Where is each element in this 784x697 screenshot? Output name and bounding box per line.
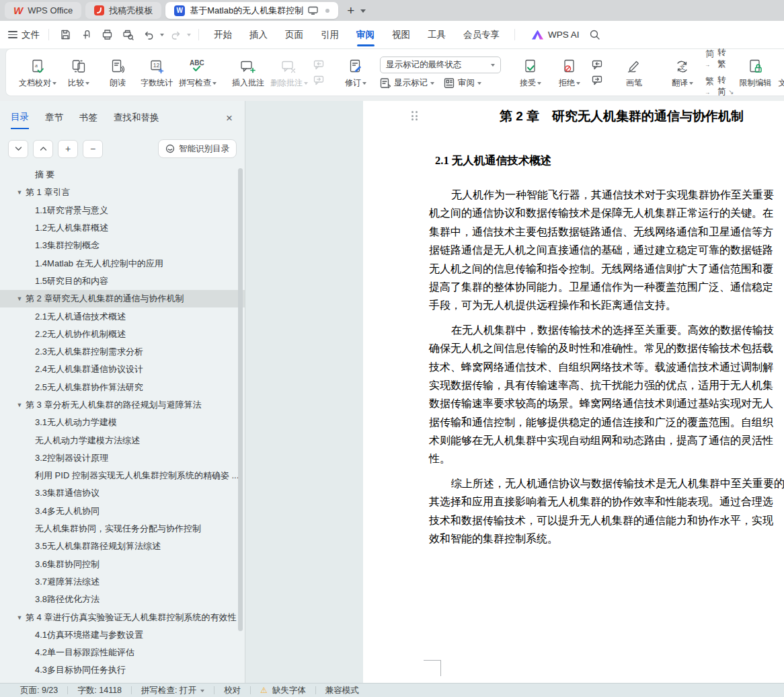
toc-item[interactable]: ▼ 第 4 章进行仿真实验验证无人机集群控制系统的有效性 [0,608,245,626]
translate-button[interactable]: 文A 翻译 [664,54,701,90]
redo-icon[interactable] [167,28,185,42]
new-tab-button[interactable]: + [342,4,359,17]
next-comment-icon[interactable] [313,75,326,85]
tab-docer-templates[interactable]: 找稿壳模板 [85,2,161,19]
zoom-in-button[interactable]: + [58,140,78,158]
toc-item[interactable]: 4.4集群自组织与规避碰撞验证 [0,680,245,683]
toc-item[interactable]: 3.4多无人机协同 [0,503,245,520]
menu-insert[interactable]: 插入 [241,21,276,48]
menu-reference[interactable]: 引用 [312,21,348,48]
close-icon[interactable]: × [226,112,233,128]
menu-member[interactable]: 会员专享 [455,21,508,48]
status-compat-mode[interactable]: 兼容模式 [316,685,368,696]
toc-item[interactable]: 无人机集群协同，实现任务分配与协作控制 [0,520,245,538]
status-spell-check[interactable]: 拼写检查: 打开 [132,685,214,696]
to-traditional-button[interactable]: 简→ 转繁 [705,47,726,70]
previous-comment-icon[interactable] [313,60,326,70]
accept-button[interactable]: 接受 [512,54,549,90]
toc-item[interactable]: 1.2无人机集群概述 [0,219,245,237]
restrict-edit-button[interactable]: 限制编辑 [737,54,775,90]
compare-button[interactable]: 比较 [60,54,97,90]
word-count-button[interactable]: 12 字数统计 [138,54,175,90]
export-pdf-icon[interactable] [77,27,95,42]
brush-button[interactable]: 画笔 [615,54,653,90]
redo-chevron-icon[interactable] [187,34,191,38]
menu-home[interactable]: 开始 [205,21,241,48]
tab-document[interactable]: W 基于Matlab的无人机集群控制 [165,2,338,19]
menu-tools[interactable]: 工具 [419,21,455,48]
toc-item[interactable]: 1.1研究背景与意义 [0,202,245,219]
status-word-count[interactable]: 字数: 14118 [68,685,131,696]
file-menu[interactable]: 文件 [22,29,40,41]
toc-item[interactable]: 4.2单一目标跟踪性能评估 [0,644,245,661]
toc-item[interactable]: 2.5无人机集群协作算法研究 [0,379,245,396]
status-missing-font[interactable]: ⚠ 缺失字体 [251,685,315,696]
tab-wps-office[interactable]: W WPS Office [5,2,81,19]
toc-item[interactable]: 2.2无人机协作机制概述 [0,326,245,343]
markup-state-select[interactable]: 显示标记的最终状态 [380,57,501,73]
toc-item[interactable]: ▼ 第 2 章研究无人机集群的通信与协作机制 [0,290,245,307]
undo-chevron-icon[interactable] [160,34,164,38]
toc-collapse-arrow-icon[interactable]: ▼ [13,189,26,196]
toc-item[interactable]: 利用 PID 控制器实现无人机集群控制系统的精确姿 ... [0,467,245,484]
tab-chapters[interactable]: 章节 [45,112,63,129]
review-pane-button[interactable]: 审阅 [444,77,481,89]
toc-item[interactable]: 3.2控制器设计原理 [0,449,245,467]
toc-item[interactable]: 3.5无人机集群路径规划算法综述 [0,538,245,555]
toc-item[interactable]: 3.3集群通信协议 [0,484,245,502]
drag-handle-icon[interactable] [411,111,418,120]
print-icon[interactable] [98,27,116,42]
group-expand-icon[interactable]: ↘ [728,89,734,96]
toc-item[interactable]: 1.3集群控制概念 [0,237,245,254]
menu-view[interactable]: 视图 [383,21,419,48]
next-change-icon[interactable] [592,75,604,85]
undo-icon[interactable] [140,28,158,42]
hamburger-icon[interactable] [8,31,17,38]
zoom-out-button[interactable]: − [83,140,103,158]
reject-button[interactable]: 拒绝 [551,54,588,90]
toc-collapse-arrow-icon[interactable]: ▼ [13,402,26,408]
insert-comment-button[interactable]: 插入批注 [229,54,267,90]
save-icon[interactable] [56,27,75,42]
print-preview-icon[interactable] [119,27,137,42]
menu-page[interactable]: 页面 [276,21,312,48]
toc-item[interactable]: 3.7避障算法综述 [0,573,245,591]
tab-toc[interactable]: 目录 [11,111,29,129]
tab-find-replace[interactable]: 查找和替换 [114,112,159,129]
encrypt-button[interactable]: 文档加密 [776,54,784,90]
toc-collapse-arrow-icon[interactable]: ▼ [13,295,26,302]
toc-item[interactable]: ▼ 第 3 章分析无人机集群的路径规划与避障算法 [0,396,245,414]
expand-down-button[interactable] [8,140,28,158]
status-proofread[interactable]: 校对 [214,685,250,696]
toc-item[interactable]: 无人机动力学建模方法综述 [0,431,245,449]
toc-item[interactable]: 1.5研究目的和内容 [0,272,245,290]
to-simplified-button[interactable]: 繁→ 转简 [705,75,726,98]
toc-item[interactable]: 摘 要 [0,166,245,184]
toc-collapse-arrow-icon[interactable]: ▼ [13,614,26,621]
toc-item[interactable]: 3.6集群协同控制 [0,556,245,573]
toc-item[interactable]: 2.4无人机集群通信协议设计 [0,361,245,378]
wps-ai-button[interactable]: WPS AI [532,30,580,40]
smart-toc-button[interactable]: 智能识别目录 [158,139,237,158]
toc-item[interactable]: 3.1无人机动力学建模 [0,414,245,431]
show-markup-button[interactable]: 显示标记 [380,77,434,89]
collapse-up-button[interactable] [33,140,53,158]
toc-item[interactable]: 3.8路径优化方法 [0,591,245,608]
sidebar-scrollbar[interactable] [238,168,243,631]
tab-list-chevron-icon[interactable] [360,9,366,15]
menu-review[interactable]: 审阅 [348,21,383,48]
toc-item[interactable]: 4.3多目标协同任务执行 [0,661,245,679]
status-page[interactable]: 页面: 9/23 [0,685,67,696]
read-aloud-button[interactable]: 朗读 [99,54,136,90]
doc-proof-button[interactable]: a 文档校对 [17,54,58,90]
tab-bookmarks[interactable]: 书签 [79,112,97,129]
toc-item[interactable]: 4.1仿真环境搭建与参数设置 [0,626,245,644]
toc-item[interactable]: ▼ 第 1 章引言 [0,184,245,201]
previous-change-icon[interactable] [592,60,604,70]
delete-comment-button[interactable]: 删除批注 [268,54,310,90]
track-changes-button[interactable]: 修订 [337,54,375,90]
toc-item[interactable]: 2.3无人机集群控制需求分析 [0,343,245,361]
toc-item[interactable]: 2.1无人机通信技术概述 [0,307,245,325]
toc-item[interactable]: 1.4Matlab 在无人机控制中的应用 [0,254,245,272]
search-icon[interactable] [589,29,601,41]
